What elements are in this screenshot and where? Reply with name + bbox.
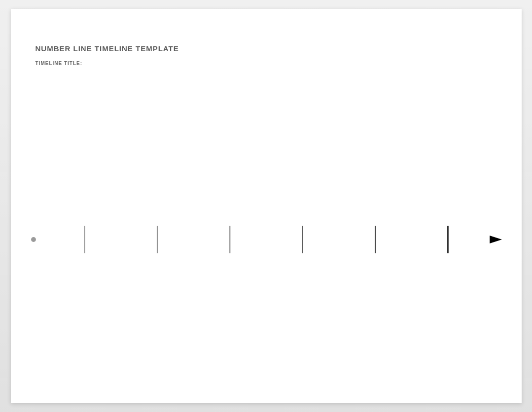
number-line-timeline — [31, 225, 502, 254]
timeline-title-label: TIMELINE TITLE: — [35, 61, 497, 66]
page-title: NUMBER LINE TIMELINE TEMPLATE — [35, 44, 497, 53]
document-page: NUMBER LINE TIMELINE TEMPLATE TIMELINE T… — [11, 9, 522, 403]
timeline-arrowhead — [490, 236, 502, 243]
timeline-container — [31, 225, 502, 254]
